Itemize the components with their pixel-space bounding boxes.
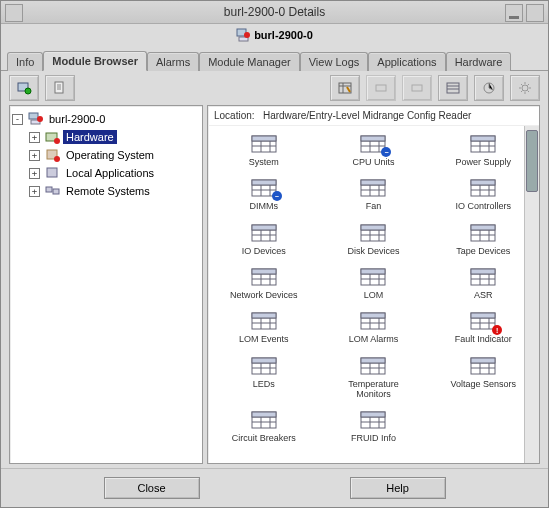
grid-item-circuit-breakers[interactable]: Circuit Breakers — [210, 406, 318, 446]
table-icon — [249, 310, 279, 332]
expander-icon[interactable]: + — [29, 150, 40, 161]
grid-item-lom-events[interactable]: LOM Events — [210, 307, 318, 347]
tab-module-manager[interactable]: Module Manager — [199, 52, 300, 71]
svg-rect-21 — [53, 189, 59, 194]
grid-item-label: Tape Devices — [456, 246, 510, 256]
detail-panel: Location: Hardware/Entry-Level Midrange … — [207, 105, 540, 464]
location-path: Hardware/Entry-Level Midrange Config Rea… — [263, 110, 471, 121]
grid-item-tape-devices[interactable]: Tape Devices — [429, 219, 537, 259]
svg-point-14 — [37, 116, 43, 122]
svg-rect-55 — [361, 358, 385, 363]
tab-module-browser[interactable]: Module Browser — [43, 51, 147, 71]
module-properties-button[interactable] — [45, 75, 75, 101]
svg-rect-57 — [471, 358, 495, 363]
grid-item-label: Circuit Breakers — [232, 433, 296, 443]
host-name: burl-2900-0 — [254, 29, 313, 41]
svg-rect-35 — [252, 225, 276, 230]
svg-rect-41 — [252, 269, 276, 274]
refresh-module-button[interactable] — [9, 75, 39, 101]
host-row: burl-2900-0 — [1, 24, 548, 46]
grid-item-io-devices[interactable]: IO Devices — [210, 219, 318, 259]
table-icon — [358, 355, 388, 377]
table-icon — [468, 355, 498, 377]
expander-icon[interactable]: + — [29, 168, 40, 179]
grid-item-cpu-units[interactable]: −CPU Units — [320, 130, 428, 170]
expander-icon[interactable]: - — [12, 114, 23, 125]
grid-item-label: Fan — [366, 201, 382, 211]
tab-alarms[interactable]: Alarms — [147, 52, 199, 71]
grid-item-io-controllers[interactable]: IO Controllers — [429, 174, 537, 214]
grid-item-dimms[interactable]: −DIMMs — [210, 174, 318, 214]
svg-point-16 — [54, 138, 60, 144]
expander-icon[interactable]: + — [29, 132, 40, 143]
grid-item-label: Voltage Sensors — [450, 379, 516, 389]
window-title: burl-2900-0 Details — [224, 5, 325, 19]
view-list-button[interactable] — [438, 75, 468, 101]
graph-button[interactable] — [474, 75, 504, 101]
window-menu-icon[interactable] — [5, 4, 23, 22]
grid-item-system[interactable]: System — [210, 130, 318, 170]
tab-applications[interactable]: Applications — [368, 52, 445, 71]
tab-info[interactable]: Info — [7, 52, 43, 71]
grid-item-asr[interactable]: ASR — [429, 263, 537, 303]
grid-item-label: LOM Events — [239, 334, 289, 344]
svg-rect-9 — [447, 83, 459, 93]
grid-item-label: LOM Alarms — [349, 334, 399, 344]
grid-item-label: Disk Devices — [347, 246, 399, 256]
minimize-button[interactable] — [505, 4, 523, 22]
grid-item-fault-indicator[interactable]: !Fault Indicator — [429, 307, 537, 347]
expander-icon[interactable]: + — [29, 186, 40, 197]
info-badge-icon: − — [381, 147, 391, 157]
host-icon — [236, 28, 250, 42]
table-icon — [468, 177, 498, 199]
tree-node-local-apps[interactable]: + Local Applications — [12, 164, 200, 182]
grid-item-lom[interactable]: LOM — [320, 263, 428, 303]
scrollbar-thumb[interactable] — [526, 130, 538, 192]
svg-rect-49 — [361, 313, 385, 318]
settings-button[interactable] — [510, 75, 540, 101]
grid-item-power-supply[interactable]: Power Supply — [429, 130, 537, 170]
grid-item-label: LOM — [364, 290, 384, 300]
grid-item-leds[interactable]: LEDs — [210, 352, 318, 403]
svg-rect-53 — [252, 358, 276, 363]
vertical-scrollbar[interactable] — [524, 126, 539, 463]
close-button[interactable]: Close — [104, 477, 200, 499]
tree-panel: - burl-2900-0 + Hardware + Operating Sys… — [9, 105, 203, 464]
info-badge-icon: − — [272, 191, 282, 201]
tree-node-hardware[interactable]: + Hardware — [12, 128, 200, 146]
grid-item-label: DIMMs — [250, 201, 279, 211]
tree-node-remote[interactable]: + Remote Systems — [12, 182, 200, 200]
svg-rect-25 — [361, 136, 385, 141]
svg-point-11 — [522, 85, 528, 91]
grid-item-disk-devices[interactable]: Disk Devices — [320, 219, 428, 259]
table-icon — [249, 355, 279, 377]
toolbar-button-3[interactable] — [402, 75, 432, 101]
os-node-icon — [45, 148, 60, 162]
table-icon — [358, 409, 388, 431]
tab-hardware[interactable]: Hardware — [446, 52, 512, 71]
grid-item-temperature-monitors[interactable]: Temperature Monitors — [320, 352, 428, 403]
remote-node-icon — [45, 184, 60, 198]
view-details-button[interactable] — [330, 75, 360, 101]
grid-item-label: IO Devices — [242, 246, 286, 256]
svg-rect-37 — [361, 225, 385, 230]
svg-rect-19 — [47, 168, 57, 177]
tab-view-logs[interactable]: View Logs — [300, 52, 369, 71]
toolbar-button-2[interactable] — [366, 75, 396, 101]
maximize-button[interactable] — [526, 4, 544, 22]
grid-item-fruid-info[interactable]: FRUID Info — [320, 406, 428, 446]
icon-grid: System−CPU UnitsPower Supply−DIMMsFanIO … — [210, 130, 537, 447]
grid-item-voltage-sensors[interactable]: Voltage Sensors — [429, 352, 537, 403]
help-button[interactable]: Help — [350, 477, 446, 499]
tree-root-label: burl-2900-0 — [46, 112, 108, 126]
tree-root[interactable]: - burl-2900-0 — [12, 110, 200, 128]
location-prefix: Location: — [214, 110, 255, 121]
location-bar: Location: Hardware/Entry-Level Midrange … — [208, 106, 539, 126]
svg-rect-12 — [29, 113, 38, 119]
tree-node-os[interactable]: + Operating System — [12, 146, 200, 164]
grid-item-fan[interactable]: Fan — [320, 174, 428, 214]
grid-item-lom-alarms[interactable]: LOM Alarms — [320, 307, 428, 347]
grid-item-network-devices[interactable]: Network Devices — [210, 263, 318, 303]
svg-rect-39 — [471, 225, 495, 230]
details-window: burl-2900-0 Details burl-2900-0 Info Mod… — [0, 0, 549, 508]
